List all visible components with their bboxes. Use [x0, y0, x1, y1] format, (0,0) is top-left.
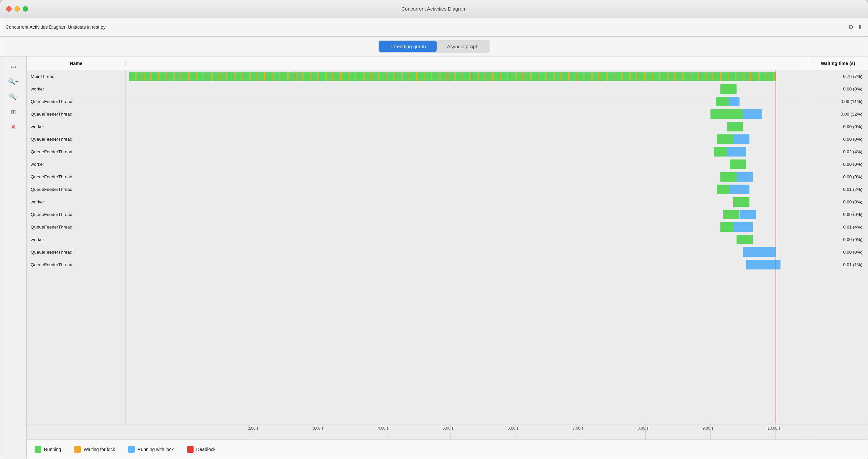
- bar-segment-running-lock: [743, 109, 762, 119]
- legend-label: Running: [44, 447, 61, 452]
- thread-name-row: QueueFeederThread: [27, 208, 125, 221]
- graph-column: [126, 70, 808, 423]
- bar-segment-running-lock: [733, 222, 753, 232]
- thread-name-row: QueueFeederThread: [27, 258, 125, 271]
- titlebar: Concurrent Activities Diagram: [0, 0, 868, 18]
- settings-icon[interactable]: ⚙: [848, 24, 854, 31]
- bar-segment-running: [716, 97, 728, 106]
- axis-ticks: 2.00 s3.00 s4.00 s5.00 s6.00 s7.00 s8.00…: [126, 423, 808, 439]
- tick-label: 7.00 s: [573, 426, 584, 431]
- thread-name-row: QueueFeederThread: [27, 221, 125, 234]
- thread-waiting-row: 0.00 (0%): [808, 171, 868, 183]
- tick-label: 3.00 s: [313, 426, 324, 431]
- subtitle: Concurrent Activities Diagram Unittests …: [6, 25, 848, 30]
- tick-label: 2.00 s: [248, 426, 259, 431]
- bar-segment-running: [714, 147, 726, 156]
- thread-view: Name Waiting time (s) MainThreadworkerQu…: [27, 57, 868, 439]
- axis-waiting-spacer: [808, 423, 868, 439]
- bar-segment-running: [717, 134, 733, 144]
- tick-label: 6.00 s: [508, 426, 519, 431]
- bar-segment-running: [730, 159, 746, 169]
- legend-swatch: [35, 446, 41, 453]
- graph-row: [126, 121, 808, 133]
- select-icon[interactable]: ▭: [8, 60, 20, 72]
- tab-threading[interactable]: Threading graph: [379, 41, 436, 52]
- col-waiting-header: Waiting time (s): [808, 61, 868, 66]
- thread-name-row: worker: [27, 196, 125, 208]
- close-button[interactable]: [6, 6, 11, 11]
- thread-name-row: QueueFeederThread: [27, 146, 125, 158]
- graph-row: [126, 95, 808, 108]
- thread-waiting-row: 0.00 (0%): [808, 133, 868, 146]
- thread-name-row: worker: [27, 234, 125, 246]
- tick-label: 9.00 s: [703, 426, 713, 431]
- thread-waiting-row: 0.01 (4%): [808, 221, 868, 234]
- thread-name-row: worker: [27, 121, 125, 133]
- legend-item: Running with lock: [128, 446, 174, 453]
- bar-segment-running-lock: [737, 172, 753, 182]
- bar-segment-running: [720, 84, 737, 94]
- main-area: ▭ 🔍+ 🔍- ⊞ ✕ Name Waiting time (s) MainTh…: [0, 57, 868, 459]
- col-graph-header: [126, 57, 808, 70]
- bar-segment-running-lock: [730, 185, 749, 194]
- graph-row: [126, 171, 808, 183]
- bar-segment-running-lock: [733, 134, 749, 144]
- waiting-column: 0.76 (7%)0.00 (0%)0.00 (11%)0.00 (32%)0.…: [808, 70, 868, 423]
- graph-row: [126, 221, 808, 234]
- legend-label: Waiting for lock: [84, 447, 115, 452]
- zoom-out-icon[interactable]: 🔍-: [8, 91, 20, 103]
- bar-segment-running: [720, 172, 737, 182]
- graph-row: [126, 158, 808, 171]
- thread-header: Name Waiting time (s): [27, 57, 868, 70]
- thread-waiting-row: 0.00 (11%): [808, 95, 868, 108]
- legend-label: Running with lock: [137, 447, 174, 452]
- graph-row: [126, 83, 808, 95]
- thread-body: MainThreadworkerQueueFeederThreadQueueFe…: [27, 70, 868, 423]
- thread-waiting-row: 0.01 (1%): [808, 258, 868, 271]
- fullscreen-button[interactable]: [23, 6, 28, 11]
- thread-name-row: worker: [27, 158, 125, 171]
- graph-row: [126, 108, 808, 121]
- tab-bar: Threading graph Asyncio graph: [0, 37, 868, 57]
- legend-item: Deadlock: [187, 446, 215, 453]
- graph-row: [126, 234, 808, 246]
- traffic-lights: [6, 6, 28, 11]
- legend-item: Running: [35, 446, 61, 453]
- bar-segment-running: [129, 72, 776, 81]
- bar-segment-running: [737, 235, 753, 244]
- thread-waiting-row: 0.00 (0%): [808, 208, 868, 221]
- name-column: MainThreadworkerQueueFeederThreadQueueFe…: [27, 70, 126, 423]
- bar-segment-running: [726, 122, 743, 131]
- thread-waiting-row: 0.00 (0%): [808, 246, 868, 258]
- legend-swatch: [74, 446, 81, 453]
- minimize-button[interactable]: [14, 6, 20, 11]
- thread-name-row: QueueFeederThread: [27, 246, 125, 258]
- thread-waiting-row: 0.00 (0%): [808, 158, 868, 171]
- tick-label: 4.00 s: [378, 426, 389, 431]
- thread-waiting-row: 0.00 (32%): [808, 108, 868, 121]
- thread-waiting-row: 0.00 (0%): [808, 121, 868, 133]
- thread-waiting-row: 0.00 (0%): [808, 234, 868, 246]
- capture-icon[interactable]: ⊞: [8, 106, 20, 118]
- end-line: [776, 70, 776, 423]
- graph-row: [126, 183, 808, 196]
- bar-segment-running: [720, 222, 733, 232]
- legend-label: Deadlock: [196, 447, 215, 452]
- thread-waiting-row: 0.02 (4%): [808, 146, 868, 158]
- thread-name-row: QueueFeederThread: [27, 171, 125, 183]
- bar-segment-running-lock: [740, 210, 756, 219]
- remove-icon[interactable]: ✕: [8, 121, 20, 133]
- download-icon[interactable]: ⬇: [858, 24, 862, 31]
- toolbar-right: ⚙ ⬇: [848, 24, 862, 31]
- legend-swatch: [187, 446, 193, 453]
- graph-row: [126, 196, 808, 208]
- thread-name-row: MainThread: [27, 70, 125, 83]
- tick-label: 5.00 s: [442, 426, 454, 431]
- tab-asyncio[interactable]: Asyncio graph: [437, 41, 489, 52]
- thread-name-row: QueueFeederThread: [27, 183, 125, 196]
- zoom-in-icon[interactable]: 🔍+: [8, 75, 20, 88]
- tick-label: 10.00 s: [768, 426, 780, 431]
- thread-name-row: worker: [27, 83, 125, 95]
- toolbar: Concurrent Activities Diagram Unittests …: [0, 18, 868, 37]
- graph-row: [126, 146, 808, 158]
